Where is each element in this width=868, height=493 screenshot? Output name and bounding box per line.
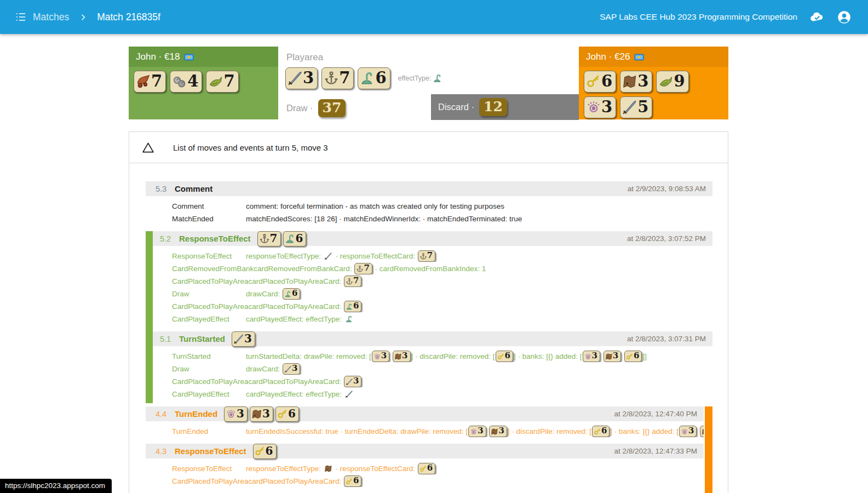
event-header-5.3[interactable]: 5.3Commentat 2/9/2023, 9:08:53 AM [146,181,712,196]
event-number: 5.3 [146,185,172,193]
event-row: DrawdrawCard: 6 [153,288,712,300]
event-row-label: MatchEnded [172,215,246,223]
card-map: 3 [250,406,273,422]
event-timestamp: at 2/9/2023, 9:08:53 AM [628,185,712,193]
card-value: 7 [427,251,433,260]
event-rows: TurnStartedturnStartedDelta: drawPile: r… [153,346,712,403]
event-row-value: cardRemovedFromBankCard: 7 · cardRemoved… [254,263,712,274]
cloud-sync-icon[interactable] [809,9,825,25]
breadcrumb-matches[interactable]: Matches [33,12,69,23]
eye-icon [584,353,592,360]
player-green-header: John · €18 [129,47,278,67]
event-row-label: Draw [172,290,246,298]
key-icon [346,478,353,485]
card-anchor: 7 [344,276,361,287]
card-key: 6 [275,406,299,422]
event-timestamp: at 2/8/2023, 12:47:33 PM [614,447,704,455]
card-value: 9 [674,73,685,89]
card-anchor: 7 [257,231,281,246]
discard-count-badge: 12 [479,98,507,116]
event-title: ResponseToEffect [175,446,246,456]
map-icon [622,74,637,89]
hook-icon [360,71,375,86]
card-key: 6 [584,71,616,93]
key-icon [255,446,266,457]
account-icon[interactable] [837,10,852,25]
eye-icon [226,409,237,420]
sword-icon [622,100,637,115]
map-icon [605,353,613,360]
card-shells: 4 [170,71,202,93]
event-row-label: CardPlacedToPlayArea [172,377,249,386]
event-rows: TurnEndedturnEndedIsSuccessful: true · t… [146,421,704,440]
card-eye: 3 [679,426,697,437]
events-panel-header: List of moves and events at turn 5, move… [129,132,728,163]
event-row-value: drawCard: 6 [246,288,712,300]
card-value: 3 [601,99,612,115]
card-value: 6 [375,70,386,86]
card-hook: 6 [358,67,390,89]
event-number: 5.1 [153,335,176,343]
hook-icon [285,233,296,244]
event-row: TurnStartedturnStartedDelta: drawPile: r… [153,350,712,363]
event-timestamp: at 2/8/2023, 3:07:52 PM [627,234,712,243]
card-key: 6 [344,475,361,487]
event-row-label: CardRemovedFromBank [172,265,254,273]
event-header-5.2[interactable]: 5.2ResponseToEffect76at 2/8/2023, 3:07:5… [153,231,712,246]
card-value: 3 [637,73,648,89]
card-value: 3 [613,352,618,360]
event-row-label: CardPlacedToPlayArea [172,477,249,485]
card-value: 5 [637,99,648,115]
event-row-label: TurnStarted [172,352,246,360]
event-header-4.4[interactable]: 4.4TurnEnded336at 2/8/2023, 12:47:40 PM [146,406,704,421]
card-key: 6 [592,426,610,437]
chevron-right-icon [79,13,87,21]
card-eye: 3 [468,426,486,437]
card-value: 3 [244,333,252,344]
event-row-value: turnEndedIsSuccessful: true · turnEndedD… [246,426,704,437]
anchor-icon [419,253,427,260]
anchor-icon [259,233,270,244]
discard-label: Discard · [438,102,474,112]
card-value: 7 [223,73,234,89]
event-row-label: TurnEnded [172,427,246,435]
card-value: 6 [296,233,303,244]
warning-triangle-icon [141,141,155,154]
matches-list-icon[interactable] [14,10,27,24]
event-row: CardPlacedToPlayAreacardPlacedToPlayArea… [153,275,712,288]
card-value: 3 [262,408,270,419]
event-row: Commentcomment: forceful termination - a… [146,200,712,213]
event-header-cards: 336 [224,406,299,422]
map-icon [702,428,704,435]
event-row: CardPlacedToPlayAreacardPlacedToPlayArea… [153,375,712,388]
event-row-value: cardPlacedToPlayAreaCard: 7 [249,276,712,287]
money-icon [634,51,645,62]
key-icon [419,465,427,473]
anchor-icon [324,71,339,86]
player-green-hand: 747 [129,67,278,96]
card-value: 4 [187,73,198,89]
event-5.3: 5.3Commentat 2/9/2023, 9:08:53 AMComment… [146,181,712,228]
events-list: 5.3Commentat 2/9/2023, 9:08:53 AMComment… [129,163,728,493]
event-title: TurnEnded [175,409,217,419]
event-row: CardRemovedFromBankcardRemovedFromBankCa… [153,262,712,275]
card-anchor: 7 [418,250,435,262]
card-sword: 3 [344,376,361,387]
event-row-label: CardPlayedEffect [172,315,246,323]
event-number: 5.2 [153,234,176,243]
event-number: 4.4 [146,410,172,419]
draw-pile: Draw · 37 [286,99,346,117]
card-fish: 7 [206,71,238,93]
sword-icon [288,71,303,86]
event-header-5.1[interactable]: 5.1TurnStarted3at 2/8/2023, 3:07:31 PM [153,331,712,346]
card-value: 3 [402,352,407,360]
event-4.3: 4.3ResponseToEffect6at 2/8/2023, 12:47:3… [146,444,704,490]
event-title: ResponseToEffect [179,234,251,243]
event-row-label: CardPlayedEffect [172,390,246,398]
card-eye: 3 [224,406,248,422]
card-value: 6 [288,408,296,419]
playarea-cards: 376effectType: [285,67,442,89]
playarea-label: Playarea [286,52,323,63]
event-header-4.3[interactable]: 4.3ResponseToEffect6at 2/8/2023, 12:47:3… [146,444,704,458]
event-title: Comment [175,184,212,193]
